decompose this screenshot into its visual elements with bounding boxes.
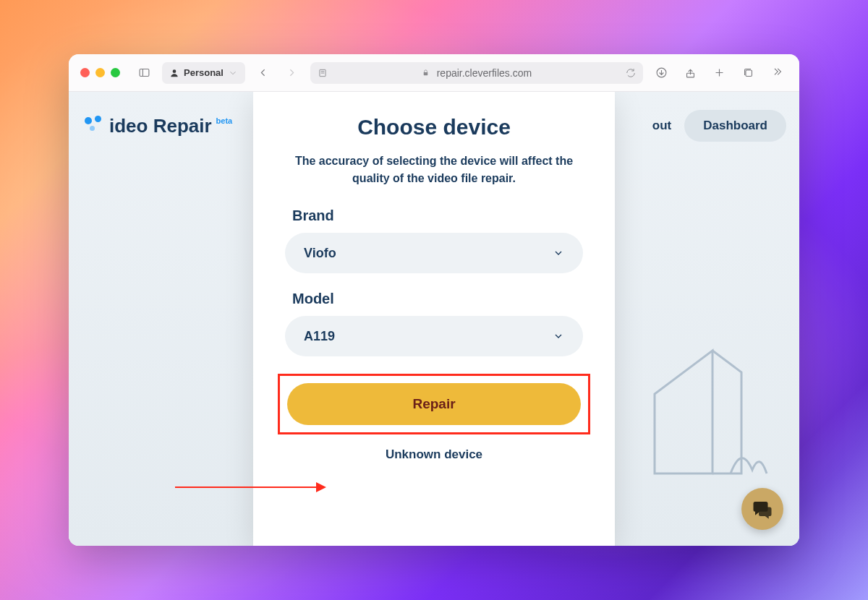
brand-select[interactable]: Viofo [285,233,583,273]
tabs-icon[interactable] [737,63,759,83]
modal-title: Choose device [285,115,583,140]
overflow-icon[interactable] [766,63,788,83]
logo-text: ideo Repair [109,115,212,137]
browser-window: Personal repair.cleverfiles.com ideo Rep… [69,54,799,546]
lock-icon [422,67,430,79]
chat-icon [752,498,773,520]
repair-button[interactable]: Repair [287,383,581,425]
back-button[interactable] [252,63,274,83]
maximize-window-button[interactable] [111,68,120,77]
nav-about-link[interactable]: out [652,119,671,133]
share-icon[interactable] [679,63,701,83]
annotation-arrow [175,482,326,492]
minimize-window-button[interactable] [95,68,105,77]
svg-rect-6 [423,72,427,75]
chevron-down-icon [228,68,238,78]
sidebar-toggle-icon[interactable] [133,63,155,83]
new-tab-icon[interactable] [708,63,730,83]
downloads-icon[interactable] [650,63,672,83]
beta-tag: beta [216,116,233,125]
page-content: ideo Repair beta out Dashboard Choose de… [69,92,799,546]
reload-icon[interactable] [626,68,636,78]
app-logo[interactable]: ideo Repair beta [82,115,232,137]
profile-selector[interactable]: Personal [162,62,245,84]
brand-label: Brand [292,207,583,224]
svg-point-2 [173,69,176,73]
person-icon [169,68,179,78]
choose-device-modal: Choose device The accuracy of selecting … [253,92,615,546]
model-label: Model [292,291,583,307]
annotation-highlight-box: Repair [278,374,590,434]
unknown-device-link[interactable]: Unknown device [285,447,583,462]
decorative-illustration [626,329,770,502]
address-bar[interactable]: repair.cleverfiles.com [310,62,643,84]
chevron-down-icon [553,247,564,259]
svg-rect-0 [140,69,149,77]
chat-widget-button[interactable] [741,488,783,530]
url-text: repair.cleverfiles.com [437,67,532,79]
model-select[interactable]: A119 [285,316,583,356]
forward-button[interactable] [281,63,303,83]
window-controls [80,68,120,77]
model-value: A119 [304,329,335,344]
header-nav: out Dashboard [652,110,786,142]
brand-value: Viofo [304,246,336,261]
logo-icon [82,116,106,136]
svg-rect-12 [745,70,752,77]
modal-subtitle: The accuracy of selecting the device wil… [285,153,583,187]
close-window-button[interactable] [80,68,90,77]
profile-label: Personal [184,67,224,78]
dashboard-button[interactable]: Dashboard [684,110,786,142]
chevron-down-icon [553,330,564,342]
reader-icon[interactable] [318,68,328,78]
browser-toolbar: Personal repair.cleverfiles.com [69,54,799,92]
